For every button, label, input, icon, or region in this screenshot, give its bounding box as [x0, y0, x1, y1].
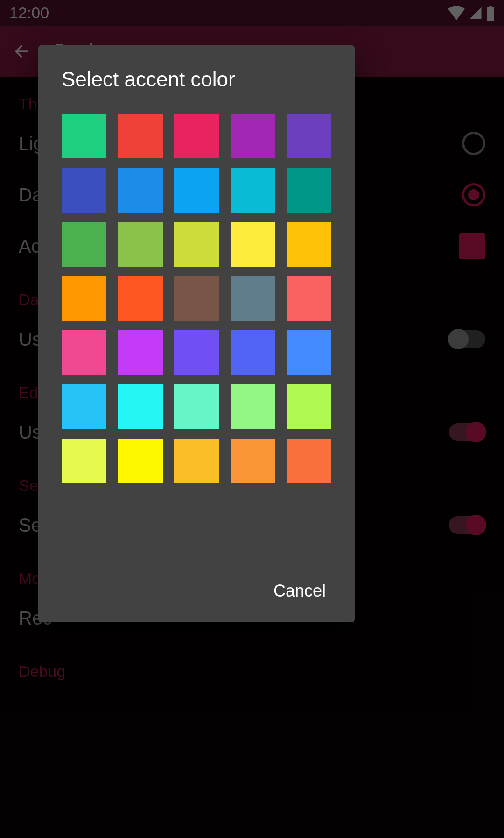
dialog-title: Select accent color	[62, 68, 331, 91]
status-icons	[448, 6, 495, 21]
color-swatch-26[interactable]	[118, 384, 163, 429]
color-swatch-25[interactable]	[62, 384, 106, 429]
color-swatch-1[interactable]	[118, 114, 163, 158]
color-swatch-30[interactable]	[62, 439, 106, 483]
search-switch[interactable]	[449, 516, 485, 534]
color-swatch-33[interactable]	[231, 439, 275, 483]
color-swatch-5[interactable]	[62, 168, 106, 213]
editor-switch[interactable]	[449, 423, 485, 441]
color-swatch-17[interactable]	[174, 276, 219, 321]
color-swatch-2[interactable]	[174, 114, 219, 158]
radio-light[interactable]	[462, 132, 485, 155]
status-time: 12:00	[9, 4, 49, 22]
color-swatch-3[interactable]	[231, 114, 275, 158]
data-switch[interactable]	[449, 330, 485, 348]
color-swatch-8[interactable]	[231, 168, 275, 213]
color-swatch-22[interactable]	[174, 330, 219, 375]
color-swatch-12[interactable]	[174, 222, 219, 267]
back-arrow-icon[interactable]	[12, 42, 31, 61]
color-swatch-6[interactable]	[118, 168, 163, 213]
section-header-debug: Debug	[19, 662, 485, 681]
color-grid	[62, 114, 331, 483]
color-swatch-24[interactable]	[287, 330, 331, 375]
radio-dark[interactable]	[462, 183, 485, 206]
color-swatch-31[interactable]	[118, 439, 163, 483]
color-swatch-34[interactable]	[287, 439, 331, 483]
color-swatch-23[interactable]	[231, 330, 275, 375]
color-swatch-0[interactable]	[62, 114, 106, 158]
color-swatch-9[interactable]	[287, 168, 331, 213]
color-swatch-18[interactable]	[231, 276, 275, 321]
color-swatch-10[interactable]	[62, 222, 106, 267]
cancel-button[interactable]: Cancel	[268, 574, 331, 608]
color-swatch-28[interactable]	[231, 384, 275, 429]
color-swatch-16[interactable]	[118, 276, 163, 321]
color-swatch-7[interactable]	[174, 168, 219, 213]
accent-color-swatch	[459, 233, 485, 259]
color-swatch-13[interactable]	[231, 222, 275, 267]
color-swatch-14[interactable]	[287, 222, 331, 267]
color-swatch-4[interactable]	[287, 114, 331, 158]
color-swatch-19[interactable]	[287, 276, 331, 321]
color-swatch-27[interactable]	[174, 384, 219, 429]
color-swatch-29[interactable]	[287, 384, 331, 429]
color-picker-dialog: Select accent color Cancel	[38, 45, 355, 622]
color-swatch-32[interactable]	[174, 439, 219, 483]
color-swatch-15[interactable]	[62, 276, 106, 321]
battery-icon	[486, 6, 495, 21]
wifi-icon	[448, 6, 465, 20]
color-swatch-20[interactable]	[62, 330, 106, 375]
status-bar: 12:00	[0, 0, 504, 26]
cell-signal-icon	[469, 6, 483, 20]
color-swatch-21[interactable]	[118, 330, 163, 375]
color-swatch-11[interactable]	[118, 222, 163, 267]
